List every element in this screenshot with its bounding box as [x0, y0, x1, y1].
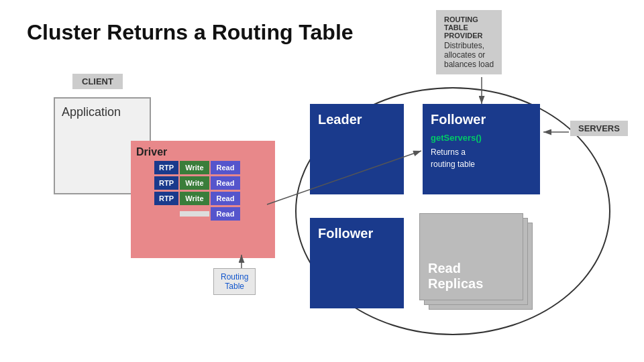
write-cell-2: Write [180, 176, 209, 190]
leader-box: Leader [310, 104, 404, 194]
rtp-cell-2: RTP [154, 176, 178, 190]
rtp-cell-3: RTP [154, 192, 178, 205]
write-cell-3: Write [180, 192, 209, 205]
read-cell-2: Read [211, 176, 240, 190]
application-label: Application [62, 105, 121, 119]
read-cell-4: Read [211, 207, 240, 221]
replica-box-front: ReadReplicas [419, 213, 523, 300]
write-cell-1: Write [180, 161, 209, 174]
rtp-callout-body: Distributes,allocates orbalances load [444, 41, 494, 69]
rtp-provider-callout: ROUTINGTABLEPROVIDER Distributes,allocat… [436, 10, 502, 74]
read-cell-1: Read [211, 161, 240, 174]
follower-top-label: Follower [431, 112, 532, 127]
page-title: Cluster Returns a Routing Table [27, 20, 354, 45]
rtp-callout-title: ROUTINGTABLEPROVIDER [444, 15, 494, 40]
read-cell-3: Read [211, 192, 240, 205]
read-replicas-label: ReadReplicas [428, 261, 515, 292]
rtp-row-3: RTP Write Read [154, 192, 240, 205]
follower-bottom-label: Follower [318, 226, 373, 241]
follower-top-box: Follower getServers() Returns arouting t… [423, 104, 540, 194]
servers-label: SERVERS [570, 121, 628, 136]
rtp-cell-1: RTP [154, 161, 178, 174]
follower-bottom-box: Follower [310, 218, 404, 308]
rtp-row-2: RTP Write Read [154, 176, 240, 190]
rtp-table: RTP Write Read RTP Write Read RTP Write … [154, 161, 240, 221]
leader-label: Leader [318, 112, 362, 127]
get-servers-text: getServers() [431, 133, 532, 143]
empty-write-cell [180, 211, 209, 217]
driver-label: Driver [136, 146, 270, 158]
rtp-row-1: RTP Write Read [154, 161, 240, 174]
rtp-row-4: RTP Read [154, 207, 240, 221]
returns-text: Returns arouting table [431, 147, 475, 169]
client-label: CLIENT [72, 74, 123, 89]
routing-table-callout: RoutingTable [213, 268, 256, 295]
